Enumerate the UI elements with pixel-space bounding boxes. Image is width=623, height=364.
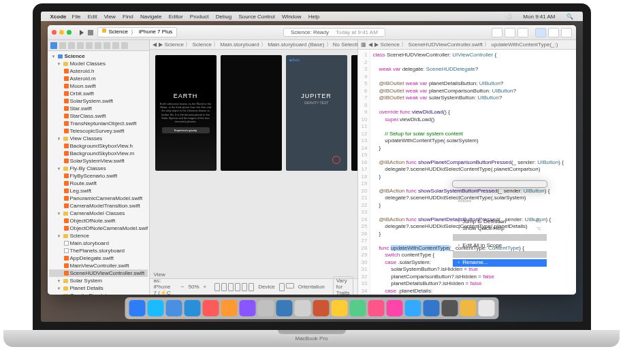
find-tab-icon[interactable] [77,42,84,49]
dock-app-icon[interactable] [349,300,366,316]
menu-window[interactable]: Window [282,14,301,20]
close-button[interactable] [52,30,57,35]
tree-file[interactable]: MainViewController.swift [49,262,148,269]
dock-app-icon[interactable] [368,300,384,316]
tree-file[interactable]: BackgroundSkyboxView.h [49,142,148,150]
tree-file[interactable]: StarClass.swift [49,112,148,120]
wifi-icon[interactable]: ⚪ [505,14,512,20]
tree-file[interactable]: ObjectOfNoteCameraModel.swift [49,225,148,232]
dock-app-icon[interactable] [221,300,237,316]
tree-group[interactable]: ▼Model Classes [49,60,148,67]
report-tab-icon[interactable] [121,42,128,49]
zoom-in-icon[interactable]: + [204,284,207,290]
jumpbar-segment[interactable]: Main.storyboard (Base) [268,42,324,48]
earth-gravity-button[interactable]: Experience gravity [162,127,210,133]
jumpbar-segment[interactable]: Main.storyboard [220,42,259,48]
project-navigator[interactable]: ▼Science▼Model ClassesAsteroid.hAsteroid… [48,40,150,295]
navigator-tabs[interactable] [48,40,149,51]
run-button[interactable] [80,30,84,35]
test-tab-icon[interactable] [95,42,101,49]
tree-file[interactable]: Route.swift [49,180,148,187]
forward-icon[interactable]: ▶ [159,42,163,48]
tree-file[interactable]: SolarSystem.swift [49,97,148,105]
jumpbar-segment[interactable]: Science [192,42,211,48]
forward-icon[interactable]: ▶ [374,42,379,48]
context-menu-item[interactable]: ▫Edit All in Scope [453,242,547,250]
issue-tab-icon[interactable] [86,42,93,49]
tree-group[interactable]: ▼View Classes [49,135,148,142]
artboard-earth[interactable]: EARTH Earth otherwise known as the World… [155,55,217,171]
toggle-navigator-button[interactable] [535,28,546,37]
scheme-selector[interactable]: Science 〉 iPhone 7 Plus [97,27,178,37]
toggle-debug-button[interactable] [548,28,559,37]
editor-assistant-button[interactable] [505,28,515,37]
tree-file[interactable]: FlyByScenario.swift [49,172,148,180]
tree-group[interactable]: ▼CameraModel Classes [49,210,148,217]
artboard-180[interactable]: 180° [351,55,357,171]
line-gutter[interactable]: 1234567891011121314151617181920212223242… [358,50,370,295]
source-editor[interactable]: ▦ ◀ ▶ Science 〉 SceneHUDViewController.s… [358,40,576,295]
viewas-label[interactable]: View as: iPhone 7 (⚡C ⚡R) [154,271,173,295]
dock-app-icon[interactable] [165,300,182,316]
dock-app-icon[interactable] [147,300,163,316]
menu-view[interactable]: View [104,14,116,20]
menu-find[interactable]: Find [123,14,133,20]
tree-file[interactable]: Star.swift [49,105,148,112]
zoom-button[interactable] [67,30,71,35]
tree-file[interactable]: SceneHUDViewController.swift [49,269,148,277]
minimize-button[interactable] [59,30,64,35]
jumpbar-segment[interactable]: SceneHUDViewController.swift [408,42,483,48]
code-lines[interactable]: class SceneHUDViewController: UIViewCont… [370,50,576,295]
tree-root[interactable]: ▼Science [49,52,148,60]
jumpbar-center[interactable]: ◀ ▶ Science 〉 Science 〉 Main.storyboard … [150,40,357,50]
dock-app-icon[interactable] [404,300,421,316]
dock-app-icon[interactable] [239,300,255,316]
artboard-jupiter[interactable]: ◀ Back JUPITER GRAVITY TEST [286,55,347,171]
tree-file[interactable]: CameraModelTransition.swift [49,202,148,210]
artboard-blank-1[interactable] [221,55,282,171]
tree-file[interactable]: Asteroid.h [49,67,148,75]
tree-file[interactable]: ThePlanets.storyboard [49,247,148,254]
back-icon[interactable]: ◀ [153,42,157,48]
menu-product[interactable]: Product [190,14,209,20]
jumpbar-segment[interactable]: updateWithContentType(_:) [492,42,558,48]
menu-edit[interactable]: Edit [88,14,97,20]
tree-file[interactable]: TransNeptunianObject.swift [49,120,148,127]
tree-file[interactable]: BackgroundSkyboxView.m [49,150,148,157]
context-menu-item[interactable]: ▫Show Quick Help⌥ [453,225,547,233]
zoom-out-icon[interactable]: − [181,284,185,290]
editor-standard-button[interactable] [492,28,502,37]
dock-app-icon[interactable] [331,300,347,316]
source-control-tab-icon[interactable] [59,42,66,49]
dock-app-icon[interactable] [386,300,402,316]
dock-app-icon[interactable] [184,300,200,316]
tree-file[interactable]: Leg.swift [49,187,148,195]
editor-version-button[interactable] [517,28,528,37]
tree-group[interactable]: ▼Gravity Simulator [49,292,148,295]
symbol-tab-icon[interactable] [68,42,75,49]
menu-navigate[interactable]: Navigate [140,14,162,20]
dock-app-icon[interactable] [129,300,145,316]
tree-file[interactable]: PanoramicCameraModel.swift [49,195,148,202]
dock-app-icon[interactable] [257,300,274,316]
device-picker[interactable] [214,283,254,291]
jumpbar-editor[interactable]: ▦ ◀ ▶ Science 〉 SceneHUDViewController.s… [358,40,576,50]
tree-file[interactable]: Orbit.swift [49,90,148,97]
dock-app-icon[interactable] [202,300,219,316]
dock-app-icon[interactable] [313,300,329,316]
menu-file[interactable]: File [72,14,81,20]
menu-source-control[interactable]: Source Control [238,14,274,20]
tree-file[interactable]: Moon.swift [49,82,148,90]
menu-debug[interactable]: Debug [216,14,232,20]
project-tab-icon[interactable] [50,42,57,49]
tree-file[interactable]: AppDelegate.swift [49,254,148,262]
record-icon[interactable] [332,156,340,164]
menu-editor[interactable]: Editor [169,14,183,20]
tree-file[interactable]: SolarSystemView.swift [49,157,148,165]
dock-app-icon[interactable] [423,300,439,316]
context-menu-item[interactable]: ▫Rename... [453,259,547,267]
stop-button[interactable] [88,30,93,35]
tree-group[interactable]: ▼Fly-By Classes [49,165,148,172]
clock[interactable]: Mon 9:41 AM [523,14,555,20]
menu-help[interactable]: Help [308,14,319,20]
